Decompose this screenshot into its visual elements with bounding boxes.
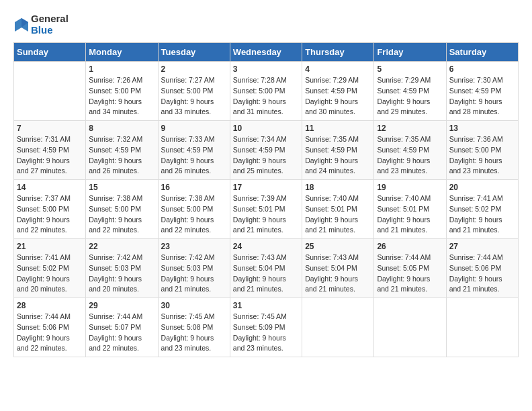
day-number: 29 [89,301,154,310]
calendar-cell: 2Sunrise: 7:27 AMSunset: 5:00 PMDaylight… [158,62,230,121]
calendar-cell: 5Sunrise: 7:29 AMSunset: 4:59 PMDaylight… [374,62,446,121]
logo-text-blue: Blue [31,25,69,36]
calendar-cell: 17Sunrise: 7:39 AMSunset: 5:01 PMDayligh… [230,180,302,239]
calendar-cell [302,298,374,357]
calendar-cell: 11Sunrise: 7:35 AMSunset: 4:59 PMDayligh… [302,121,374,180]
logo-bird-icon [13,15,30,34]
day-number: 4 [305,64,371,74]
weekday-header: Friday [374,43,446,62]
day-info: Sunrise: 7:35 AMSunset: 4:59 PMDaylight:… [377,134,443,177]
day-info: Sunrise: 7:40 AMSunset: 5:01 PMDaylight:… [377,193,443,236]
calendar-cell: 13Sunrise: 7:36 AMSunset: 5:00 PMDayligh… [446,121,518,180]
day-info: Sunrise: 7:42 AMSunset: 5:03 PMDaylight:… [161,253,227,295]
calendar-cell [374,298,446,357]
calendar-week-row: 1Sunrise: 7:26 AMSunset: 5:00 PMDaylight… [14,62,519,121]
day-number: 31 [233,301,299,310]
calendar-cell: 6Sunrise: 7:30 AMSunset: 4:59 PMDaylight… [446,62,518,121]
weekday-header: Tuesday [158,43,230,62]
day-number: 17 [233,183,299,192]
day-info: Sunrise: 7:35 AMSunset: 4:59 PMDaylight:… [305,134,371,177]
calendar-cell: 15Sunrise: 7:38 AMSunset: 5:00 PMDayligh… [86,180,158,239]
day-number: 11 [305,124,371,133]
day-number: 1 [89,64,154,74]
day-number: 14 [17,183,83,192]
calendar-header-row: SundayMondayTuesdayWednesdayThursdayFrid… [14,43,519,62]
day-number: 20 [449,183,515,192]
calendar-week-row: 21Sunrise: 7:41 AMSunset: 5:02 PMDayligh… [14,239,519,298]
calendar-cell: 21Sunrise: 7:41 AMSunset: 5:02 PMDayligh… [14,239,86,298]
calendar-cell: 12Sunrise: 7:35 AMSunset: 4:59 PMDayligh… [374,121,446,180]
day-number: 18 [305,183,371,192]
day-info: Sunrise: 7:39 AMSunset: 5:01 PMDaylight:… [233,193,299,236]
calendar-cell: 25Sunrise: 7:43 AMSunset: 5:04 PMDayligh… [302,239,374,298]
calendar-cell: 8Sunrise: 7:32 AMSunset: 4:59 PMDaylight… [86,121,158,180]
calendar-cell: 24Sunrise: 7:43 AMSunset: 5:04 PMDayligh… [230,239,302,298]
calendar-cell [14,62,86,121]
day-number: 25 [305,242,371,251]
calendar-cell: 23Sunrise: 7:42 AMSunset: 5:03 PMDayligh… [158,239,230,298]
day-info: Sunrise: 7:29 AMSunset: 4:59 PMDaylight:… [377,75,443,118]
day-info: Sunrise: 7:27 AMSunset: 5:00 PMDaylight:… [161,75,227,118]
day-info: Sunrise: 7:32 AMSunset: 4:59 PMDaylight:… [89,134,154,177]
day-number: 6 [449,64,515,74]
day-info: Sunrise: 7:31 AMSunset: 4:59 PMDaylight:… [17,134,83,177]
calendar-body: 1Sunrise: 7:26 AMSunset: 5:00 PMDaylight… [14,62,519,357]
weekday-header: Monday [86,43,158,62]
day-info: Sunrise: 7:29 AMSunset: 4:59 PMDaylight:… [305,75,371,118]
calendar-cell: 1Sunrise: 7:26 AMSunset: 5:00 PMDaylight… [86,62,158,121]
day-info: Sunrise: 7:30 AMSunset: 4:59 PMDaylight:… [449,75,515,118]
calendar-cell: 22Sunrise: 7:42 AMSunset: 5:03 PMDayligh… [86,239,158,298]
calendar-cell: 29Sunrise: 7:44 AMSunset: 5:07 PMDayligh… [86,298,158,357]
day-number: 22 [89,242,154,251]
day-number: 9 [161,124,227,133]
day-number: 12 [377,124,443,133]
calendar-cell: 9Sunrise: 7:33 AMSunset: 4:59 PMDaylight… [158,121,230,180]
day-number: 19 [377,183,443,192]
day-number: 16 [161,183,227,192]
calendar-cell: 18Sunrise: 7:40 AMSunset: 5:01 PMDayligh… [302,180,374,239]
day-number: 30 [161,301,227,310]
day-info: Sunrise: 7:44 AMSunset: 5:06 PMDaylight:… [17,312,83,354]
calendar-cell: 10Sunrise: 7:34 AMSunset: 4:59 PMDayligh… [230,121,302,180]
weekday-header: Saturday [446,43,518,62]
day-info: Sunrise: 7:36 AMSunset: 5:00 PMDaylight:… [449,134,515,177]
day-number: 26 [377,242,443,251]
day-info: Sunrise: 7:33 AMSunset: 4:59 PMDaylight:… [161,134,227,177]
day-number: 15 [89,183,154,192]
day-number: 23 [161,242,227,251]
calendar-week-row: 14Sunrise: 7:37 AMSunset: 5:00 PMDayligh… [14,180,519,239]
day-info: Sunrise: 7:26 AMSunset: 5:00 PMDaylight:… [89,75,154,118]
day-info: Sunrise: 7:37 AMSunset: 5:00 PMDaylight:… [17,193,83,236]
day-info: Sunrise: 7:34 AMSunset: 4:59 PMDaylight:… [233,134,299,177]
calendar-cell: 30Sunrise: 7:45 AMSunset: 5:08 PMDayligh… [158,298,230,357]
calendar-cell: 19Sunrise: 7:40 AMSunset: 5:01 PMDayligh… [374,180,446,239]
weekday-header: Sunday [14,43,86,62]
calendar-cell: 27Sunrise: 7:44 AMSunset: 5:06 PMDayligh… [446,239,518,298]
day-info: Sunrise: 7:43 AMSunset: 5:04 PMDaylight:… [233,253,299,295]
calendar-cell: 28Sunrise: 7:44 AMSunset: 5:06 PMDayligh… [14,298,86,357]
calendar-table: SundayMondayTuesdayWednesdayThursdayFrid… [13,42,519,357]
day-number: 28 [17,301,83,310]
calendar-cell: 3Sunrise: 7:28 AMSunset: 5:00 PMDaylight… [230,62,302,121]
day-number: 3 [233,64,299,74]
calendar-cell: 16Sunrise: 7:38 AMSunset: 5:00 PMDayligh… [158,180,230,239]
page-header: General Blue [13,13,519,36]
day-number: 13 [449,124,515,133]
day-number: 10 [233,124,299,133]
day-info: Sunrise: 7:44 AMSunset: 5:05 PMDaylight:… [377,253,443,295]
calendar-cell [446,298,518,357]
calendar-cell: 31Sunrise: 7:45 AMSunset: 5:09 PMDayligh… [230,298,302,357]
day-number: 21 [17,242,83,251]
day-info: Sunrise: 7:41 AMSunset: 5:02 PMDaylight:… [449,193,515,236]
weekday-header: Wednesday [230,43,302,62]
day-number: 8 [89,124,154,133]
day-info: Sunrise: 7:45 AMSunset: 5:08 PMDaylight:… [161,312,227,354]
day-info: Sunrise: 7:42 AMSunset: 5:03 PMDaylight:… [89,253,154,295]
day-info: Sunrise: 7:44 AMSunset: 5:07 PMDaylight:… [89,312,154,354]
day-info: Sunrise: 7:44 AMSunset: 5:06 PMDaylight:… [449,253,515,295]
calendar-cell: 14Sunrise: 7:37 AMSunset: 5:00 PMDayligh… [14,180,86,239]
calendar-cell: 20Sunrise: 7:41 AMSunset: 5:02 PMDayligh… [446,180,518,239]
day-number: 5 [377,64,443,74]
calendar-cell: 7Sunrise: 7:31 AMSunset: 4:59 PMDaylight… [14,121,86,180]
day-info: Sunrise: 7:41 AMSunset: 5:02 PMDaylight:… [17,253,83,295]
